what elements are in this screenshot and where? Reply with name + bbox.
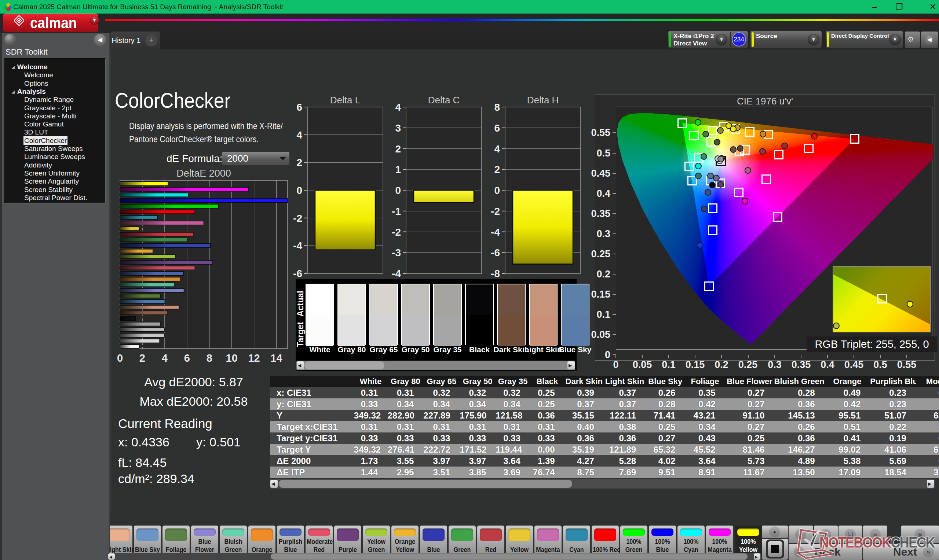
svg-text:0: 0 <box>117 352 123 364</box>
svg-text:-2: -2 <box>392 226 401 238</box>
svg-text:8: 8 <box>207 352 212 364</box>
svg-text:Delta H: Delta H <box>527 96 559 106</box>
svg-text:6: 6 <box>494 122 500 134</box>
svg-text:-4: -4 <box>293 240 302 251</box>
svg-text:2: 2 <box>494 164 500 175</box>
svg-text:-4: -4 <box>491 226 500 238</box>
svg-text:-6: -6 <box>293 268 302 279</box>
svg-text:14: 14 <box>270 352 282 364</box>
svg-text:6: 6 <box>184 352 190 364</box>
svg-text:2: 2 <box>139 352 145 364</box>
svg-text:0: 0 <box>395 185 401 196</box>
svg-text:0: 0 <box>494 185 500 196</box>
svg-text:0: 0 <box>296 185 302 196</box>
svg-text:4: 4 <box>494 143 500 155</box>
svg-text:1: 1 <box>395 164 401 175</box>
svg-text:2: 2 <box>296 157 302 168</box>
svg-text:6: 6 <box>296 102 302 113</box>
svg-text:12: 12 <box>248 352 260 364</box>
svg-text:2: 2 <box>395 143 401 155</box>
svg-text:-4: -4 <box>392 268 401 279</box>
svg-text:-3: -3 <box>392 247 401 258</box>
svg-text:-1: -1 <box>392 206 401 217</box>
svg-text:10: 10 <box>226 352 238 364</box>
svg-text:Delta C: Delta C <box>428 96 460 106</box>
svg-text:4: 4 <box>296 129 302 141</box>
svg-text:Delta L: Delta L <box>330 96 360 106</box>
svg-text:-8: -8 <box>491 268 500 279</box>
svg-text:4: 4 <box>395 102 401 113</box>
svg-text:-2: -2 <box>491 206 500 217</box>
svg-text:8: 8 <box>494 102 500 113</box>
svg-text:-6: -6 <box>491 247 500 258</box>
svg-text:DeltaE 2000: DeltaE 2000 <box>176 169 231 179</box>
svg-text:4: 4 <box>162 352 168 364</box>
svg-text:3: 3 <box>395 122 401 134</box>
svg-text:-2: -2 <box>293 212 302 224</box>
